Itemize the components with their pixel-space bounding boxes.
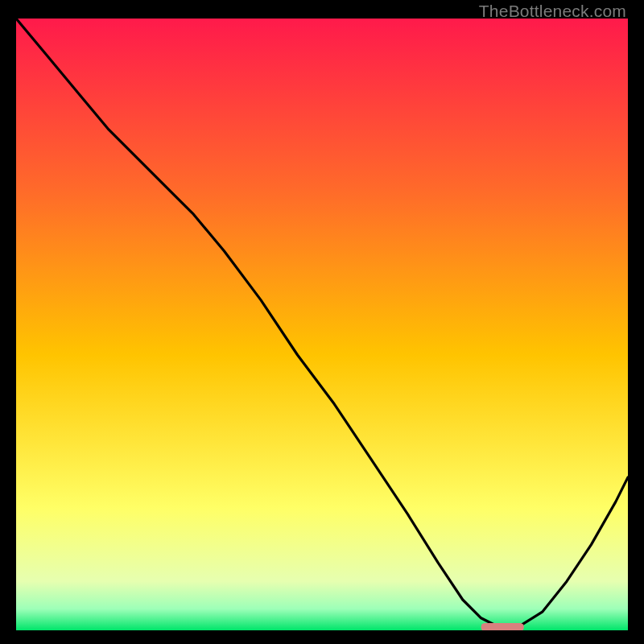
- optimal-range-marker: [481, 623, 524, 630]
- chart-frame: [16, 19, 628, 630]
- heat-background: [16, 19, 628, 630]
- bottleneck-chart: [16, 19, 628, 630]
